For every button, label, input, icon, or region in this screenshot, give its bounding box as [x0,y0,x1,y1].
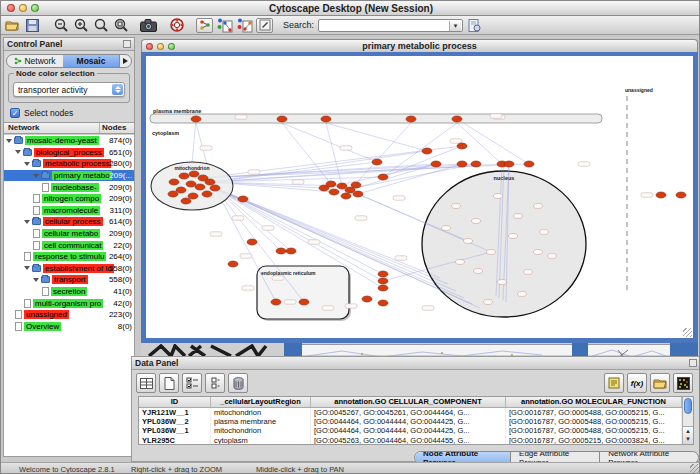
tree-row[interactable]: cellular metabo209(0) [4,228,134,240]
node[interactable] [676,192,686,198]
table-cell[interactable]: [GO:0016787, GO:0005488, GO:0005215, G..… [506,426,682,435]
node[interactable] [406,116,416,122]
delete-attribute-icon[interactable] [228,373,248,393]
scrollbar-thumb[interactable] [684,398,692,414]
node[interactable] [181,198,191,204]
expand-arrow-icon[interactable] [33,278,39,282]
tree-row-label[interactable]: establishment of lo [43,264,114,273]
network-window-titlebar[interactable]: primary metabolic process [141,39,698,52]
table-row[interactable]: YPL036W__2plasma membrane[GO:0044464, GO… [139,417,682,426]
tree-row[interactable]: nucleobase-209(0) [4,181,134,193]
matrix-icon[interactable] [673,373,693,393]
node[interactable] [191,116,201,122]
expand-arrow-icon[interactable] [6,139,12,143]
table-cell[interactable]: YLR295C [139,436,211,444]
node[interactable] [378,278,388,284]
tree-row-label[interactable]: primary metabo [52,171,112,180]
float-panel-icon[interactable] [123,40,131,48]
node[interactable] [524,161,534,167]
node[interactable] [504,161,514,167]
column-header[interactable]: annotation.GO CELLULAR_COMPONENT [311,397,506,407]
expand-arrow-icon[interactable] [15,150,21,154]
nucleus-node[interactable] [518,292,527,297]
table-cell[interactable]: [GO:0016787, GO:0005488, GO:0005215, G..… [506,417,682,426]
node[interactable] [277,116,287,122]
tree-row[interactable]: transport558(0) [4,274,134,286]
nucleus-node[interactable] [464,239,473,244]
node[interactable] [422,148,432,154]
tree-row[interactable]: biological_process651(0) [4,147,134,159]
table-scrollbar[interactable]: ▲▼ [682,397,693,444]
tree-row-label[interactable]: macromolecule [42,206,100,215]
node[interactable] [362,296,372,302]
nucleus-node[interactable] [487,250,496,255]
tree-row-label[interactable]: cellular process [43,217,103,226]
nucleus-node[interactable] [534,250,543,255]
node[interactable] [378,271,388,277]
table-cell[interactable]: mitochondrion [211,426,311,435]
tabs-overflow-button[interactable] [119,55,131,67]
search-options-icon[interactable] [466,18,483,33]
node[interactable] [378,285,388,291]
node[interactable] [353,191,363,197]
expand-arrow-icon[interactable] [33,174,39,178]
node[interactable] [457,143,467,149]
tree-row[interactable]: cellular process614(0) [4,216,134,228]
node[interactable] [228,261,238,267]
tree-row[interactable]: macromolecule311(0) [4,205,134,217]
table-cell[interactable]: cytoplasm [211,436,311,444]
nucleus-node[interactable] [534,204,543,209]
node[interactable] [276,248,286,254]
node[interactable] [378,300,388,306]
nucleus-node[interactable] [474,269,483,274]
tree-row-label[interactable]: multi-organism pro [33,299,103,308]
column-header[interactable]: annotation.GO MOLECULAR_FUNCTION [506,397,682,407]
table-row[interactable]: YJR121W__1mitochondrion[GO:0045267, GO:0… [139,408,682,417]
node[interactable] [326,181,336,187]
node[interactable] [238,196,248,202]
nucleus-node[interactable] [472,219,481,224]
nucleus-node[interactable] [456,260,465,265]
table-cell[interactable]: YPL036W__2 [139,417,211,426]
nucleus-node[interactable] [514,214,523,219]
node[interactable] [457,161,467,167]
zoom-fit-icon[interactable] [92,18,109,33]
node[interactable] [656,192,666,198]
node[interactable] [321,116,331,122]
nucleus-node[interactable] [452,204,461,209]
unselect-attributes-icon[interactable] [205,373,225,393]
search-dropdown-icon[interactable]: ▼ [449,21,461,31]
help-icon[interactable] [168,18,185,33]
table-cell[interactable]: [GO:0044464, GO:0044444, GO:0044425, G..… [311,417,506,426]
expand-arrow-icon[interactable] [24,266,30,270]
network-canvas[interactable]: plasma membranecytoplasmnucleusendoplasm… [146,56,693,338]
tree-row-label[interactable]: mosaic-demo-yeast [25,136,99,145]
node[interactable] [351,182,361,188]
zoom-out-icon[interactable] [52,18,69,33]
layout-a-icon[interactable] [216,18,233,33]
select-attributes-icon[interactable] [182,373,202,393]
node[interactable] [378,174,388,180]
tree-row[interactable]: secretion41(0) [4,286,134,298]
tree-row-label[interactable]: unassigned [24,310,69,319]
formula-icon[interactable]: f(x) [627,373,647,393]
open-icon[interactable] [4,18,21,33]
node[interactable] [210,185,220,191]
table-row[interactable]: YLR295Ccytoplasm[GO:0045263, GO:0044464,… [139,436,682,444]
node[interactable] [189,171,199,177]
tree-row-label[interactable]: secretion [51,287,87,296]
table-cell[interactable]: [GO:0045267, GO:0045261, GO:0044464, G..… [311,408,506,417]
nucleus-node[interactable] [540,230,549,235]
table-cell[interactable]: [GO:0016787, GO:0005215, GO:0003824, G..… [506,436,682,444]
zoom-in-icon[interactable] [72,18,89,33]
new-attribute-icon[interactable] [159,373,179,393]
snapshot-icon[interactable] [140,18,157,33]
nucleus-node[interactable] [548,254,557,259]
node[interactable] [202,191,212,197]
node[interactable] [188,193,198,199]
nucleus-node[interactable] [494,194,503,199]
layout-b-icon[interactable] [236,18,253,33]
search-input[interactable]: ▼ [318,19,463,32]
tree-row[interactable]: unassigned223(0) [4,309,134,321]
table-row[interactable]: YPL036W__1mitochondrion[GO:0044464, GO:0… [139,426,682,435]
